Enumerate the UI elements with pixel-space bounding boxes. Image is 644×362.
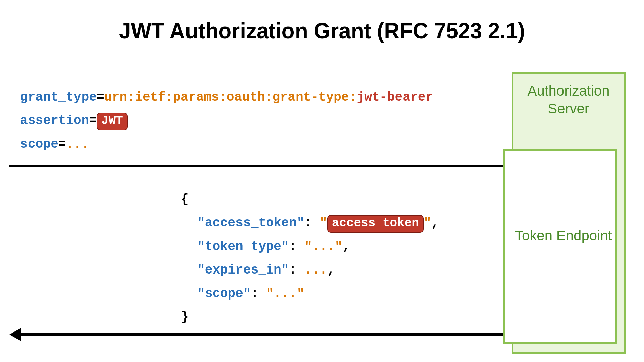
response-scope-value: "..."	[266, 286, 304, 301]
param-scope: scope=...	[20, 133, 433, 156]
arrow-head-left-icon	[9, 328, 21, 341]
close-quote: "	[424, 216, 431, 230]
comma: ,	[431, 216, 439, 230]
equals-sign: =	[58, 137, 66, 152]
request-arrow	[9, 161, 516, 174]
response-arrow	[9, 329, 516, 343]
arrow-shaft	[19, 333, 516, 336]
open-brace: {	[181, 192, 189, 206]
grant-type-urn: urn:ietf:params:oauth:grant-type:	[104, 90, 357, 104]
colon: :	[289, 263, 297, 277]
comma: ,	[342, 239, 350, 254]
token-type-key: "token_type"	[197, 239, 289, 254]
token-type-value: "..."	[304, 239, 342, 254]
expires-in-key: "expires_in"	[197, 263, 289, 277]
scope-key: scope	[20, 137, 58, 152]
colon: :	[304, 216, 312, 230]
token-endpoint-label: Token Endpoint	[515, 226, 612, 245]
slide-title: JWT Authorization Grant (RFC 7523 2.1)	[0, 18, 644, 43]
response-json: { "access_token": "access token", "token…	[181, 188, 439, 329]
expires-in-value: ...	[304, 263, 327, 277]
close-brace: }	[181, 310, 189, 324]
grant-type-jwt-bearer: jwt-bearer	[357, 90, 433, 104]
access-token-badge: access token	[327, 215, 424, 233]
equals-sign: =	[89, 113, 97, 128]
token-endpoint-box: Token Endpoint	[503, 149, 617, 344]
colon: :	[251, 286, 259, 301]
assertion-key: assertion	[20, 113, 89, 128]
param-grant-type: grant_type=urn:ietf:params:oauth:grant-t…	[20, 85, 433, 109]
arrow-shaft	[9, 165, 506, 167]
jwt-badge: JWT	[97, 113, 128, 130]
comma: ,	[327, 263, 335, 277]
request-params: grant_type=urn:ietf:params:oauth:grant-t…	[20, 85, 433, 156]
response-scope-key: "scope"	[197, 286, 251, 301]
param-assertion: assertion=JWT	[20, 109, 433, 132]
open-quote: "	[320, 216, 327, 230]
equals-sign: =	[97, 90, 104, 104]
authorization-server-label: Authorization Server	[513, 82, 624, 117]
access-token-key: "access_token"	[197, 216, 304, 230]
colon: :	[289, 239, 297, 254]
grant-type-key: grant_type	[20, 90, 97, 104]
scope-value: ...	[66, 137, 89, 152]
